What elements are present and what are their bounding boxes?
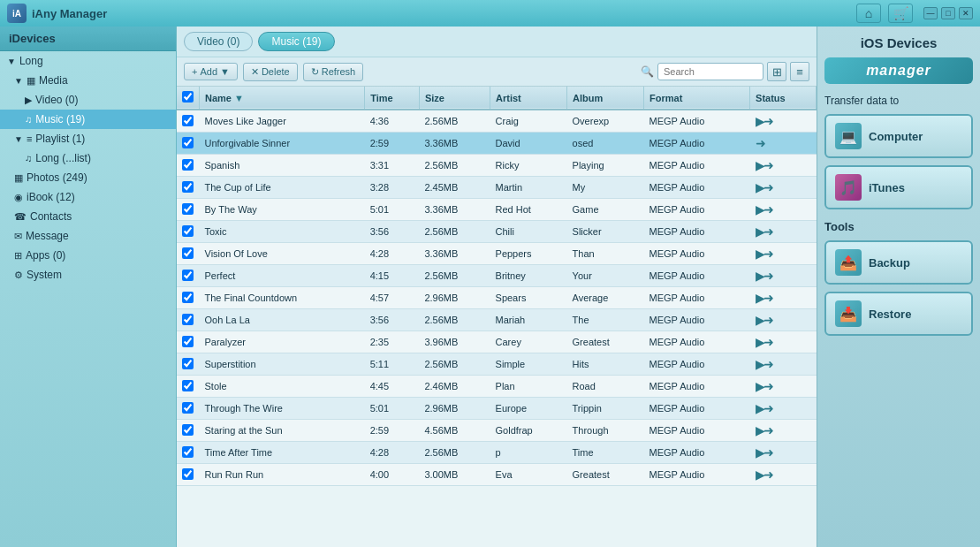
row-artist: Craig — [490, 110, 567, 133]
itunes-button[interactable]: 🎵 iTunes — [824, 165, 973, 209]
row-format: MEGP Audio — [644, 331, 750, 353]
refresh-button[interactable]: ↻ Refresh — [303, 63, 364, 81]
status-arrows-icon: ▶➜ — [756, 180, 772, 194]
message-icon: ✉ — [14, 231, 22, 242]
row-check-cell — [177, 110, 200, 133]
backup-icon: 📤 — [835, 249, 862, 276]
row-artist: Peppers — [490, 243, 567, 265]
sidebar-item-system[interactable]: ⚙ System — [0, 265, 176, 285]
row-artist: Goldfrap — [490, 420, 567, 442]
restore-button[interactable]: 📥 Restore — [824, 292, 973, 336]
sidebar-item-photos[interactable]: ▦ Photos (249) — [0, 168, 176, 187]
sidebar-item-apps[interactable]: ⊞ Apps (0) — [0, 246, 176, 265]
cart-icon[interactable]: 🛒 — [888, 4, 913, 23]
row-checkbox[interactable] — [182, 402, 194, 414]
row-album: Slicker — [567, 221, 644, 243]
status-arrows-icon: ▶➜ — [756, 114, 772, 128]
row-artist: David — [490, 133, 567, 155]
row-checkbox[interactable] — [182, 203, 194, 215]
row-status: ▶➜ — [750, 376, 817, 398]
manager-logo: manager — [824, 57, 973, 84]
sidebar-label-contacts: Contacts — [30, 210, 72, 223]
row-checkbox[interactable] — [182, 446, 194, 458]
sidebar-label-photos: Photos (249) — [27, 171, 87, 184]
backup-button[interactable]: 📤 Backup — [824, 240, 973, 285]
row-checkbox[interactable] — [182, 468, 194, 480]
row-checkbox[interactable] — [182, 247, 194, 259]
row-checkbox[interactable] — [182, 225, 194, 237]
row-format: MEGP Audio — [644, 376, 750, 398]
row-format: MEGP Audio — [644, 398, 750, 420]
row-status: ▶➜ — [750, 353, 817, 376]
sidebar-item-long[interactable]: ▼ Long — [0, 51, 176, 71]
sidebar-item-music[interactable]: ♫ Music (19) — [0, 110, 176, 129]
row-size: 3.36MB — [419, 243, 490, 265]
status-arrows-icon: ▶➜ — [756, 467, 772, 482]
restore-icon: 📥 — [835, 300, 862, 327]
status-arrows-icon: ▶➜ — [756, 158, 772, 172]
main-container: iDevices ▼ Long ▼ ▦ Media ▶ Video (0) ♫ … — [0, 27, 980, 547]
row-check-cell — [177, 353, 200, 376]
row-name: Spanish — [200, 155, 365, 177]
tab-music[interactable]: Music (19) — [258, 32, 334, 51]
row-check-cell — [177, 420, 200, 442]
row-checkbox[interactable] — [182, 314, 194, 325]
row-name: Paralyzer — [200, 331, 365, 353]
sidebar-item-ibook[interactable]: ◉ iBook (12) — [0, 187, 176, 207]
computer-label: Computer — [869, 130, 923, 143]
maximize-button[interactable]: □ — [941, 7, 955, 19]
status-arrows-icon: ▶➜ — [756, 423, 772, 437]
search-input[interactable] — [657, 63, 763, 80]
grid-view-button[interactable]: ⊞ — [767, 62, 786, 81]
col-time: Time — [365, 87, 420, 110]
row-checkbox[interactable] — [182, 115, 194, 126]
row-status: ▶➜ — [750, 110, 817, 133]
row-time: 5:11 — [365, 353, 420, 376]
delete-button[interactable]: ✕ Delete — [243, 63, 298, 81]
row-checkbox[interactable] — [182, 336, 194, 347]
sidebar-item-video[interactable]: ▶ Video (0) — [0, 90, 176, 110]
sidebar-item-playlist-long[interactable]: ♫ Long (...list) — [0, 148, 176, 168]
row-check-cell — [177, 309, 200, 331]
table-header-row: Name ▼ Time Size Artist Album Format Sta… — [177, 87, 817, 110]
tab-video[interactable]: Video (0) — [184, 32, 253, 51]
sidebar-label-media: Media — [39, 74, 68, 87]
minimize-button[interactable]: — — [923, 7, 938, 19]
row-name: The Cup of Life — [200, 177, 365, 199]
row-checkbox[interactable] — [182, 270, 194, 281]
row-time: 4:15 — [365, 265, 420, 287]
computer-button[interactable]: 💻 Computer — [824, 114, 973, 158]
row-size: 2.56MB — [419, 309, 490, 331]
table-row: Moves Like Jagger 4:36 2.56MB Craig Over… — [177, 110, 817, 133]
row-format: MEGP Audio — [644, 177, 750, 199]
row-format: MEGP Audio — [644, 199, 750, 221]
row-time: 4:36 — [365, 110, 420, 133]
home-icon[interactable]: ⌂ — [856, 4, 881, 23]
row-format: MEGP Audio — [644, 155, 750, 177]
sidebar-item-media[interactable]: ▼ ▦ Media — [0, 71, 176, 90]
add-button[interactable]: + Add ▼ — [184, 63, 238, 80]
list-view-button[interactable]: ≡ — [790, 62, 809, 81]
close-button[interactable]: ✕ — [959, 7, 973, 19]
row-format: MEGP Audio — [644, 133, 750, 155]
row-time: 4:45 — [365, 376, 420, 398]
manager-logo-text: manager — [866, 63, 931, 78]
status-arrows-icon: ▶➜ — [756, 357, 772, 371]
sidebar-item-playlist[interactable]: ▼ ≡ Playlist (1) — [0, 129, 176, 148]
row-checkbox[interactable] — [182, 137, 194, 148]
sidebar-item-message[interactable]: ✉ Message — [0, 226, 176, 246]
titlebar: iA iAny Manager ⌂ 🛒 — □ ✕ — [0, 0, 980, 27]
row-status: ▶➜ — [750, 442, 817, 464]
row-checkbox[interactable] — [182, 358, 194, 369]
row-checkbox[interactable] — [182, 159, 194, 171]
row-checkbox[interactable] — [182, 424, 194, 436]
sidebar-item-contacts[interactable]: ☎ Contacts — [0, 207, 176, 226]
row-checkbox[interactable] — [182, 292, 194, 303]
row-check-cell — [177, 287, 200, 309]
row-checkbox[interactable] — [182, 380, 194, 391]
row-time: 3:56 — [365, 221, 420, 243]
row-checkbox[interactable] — [182, 181, 194, 193]
row-time: 5:01 — [365, 398, 420, 420]
ibook-icon: ◉ — [14, 192, 23, 203]
select-all-checkbox[interactable] — [182, 91, 194, 103]
